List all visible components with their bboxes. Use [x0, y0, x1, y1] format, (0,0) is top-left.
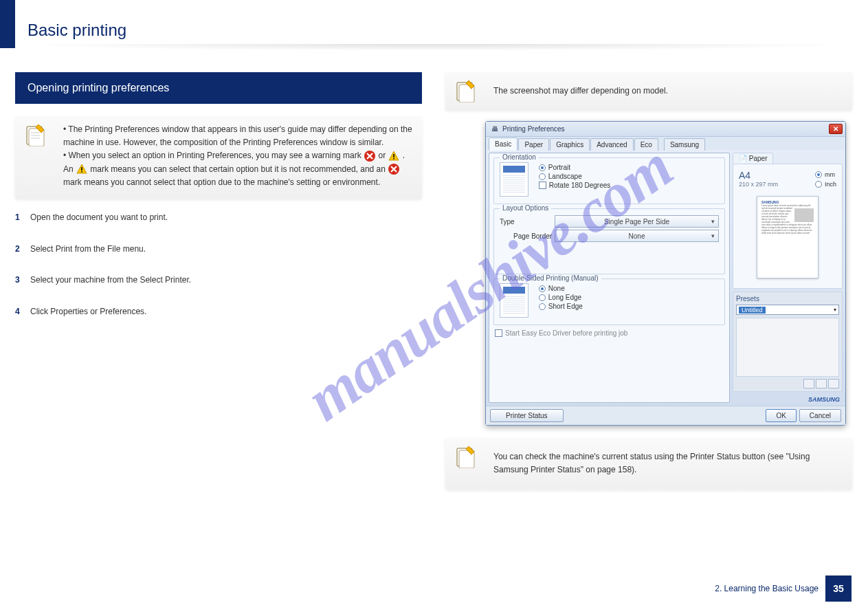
label-duplex-long: Long Edge	[548, 294, 581, 301]
step2-text: Select Print from the File menu.	[30, 244, 146, 254]
samsung-logo: SAMSUNG	[733, 395, 843, 403]
printing-preferences-dialog: 🖶 Printing Preferences ✕ Basic Paper Gra…	[485, 121, 846, 426]
label-duplex-none: None	[548, 285, 565, 292]
layout-type-select[interactable]: Single Page Per Side	[555, 215, 719, 228]
note-icon	[455, 79, 478, 102]
tabs-row: Basic Paper Graphics Advanced Eco Samsun…	[486, 137, 845, 150]
radio-duplex-none[interactable]	[539, 285, 546, 292]
label-duplex-short: Short Edge	[548, 303, 583, 310]
step-number: 4	[15, 304, 30, 320]
note-box-top-right: The screenshot may differ depending on m…	[445, 72, 852, 110]
dialog-right-panel: 📄 Paper A4 210 x 297 mm mm Inch	[733, 153, 843, 403]
step-number: 2	[15, 241, 30, 257]
page-title: Basic printing	[27, 21, 126, 40]
dialog-title: Printing Preferences	[502, 125, 565, 133]
tab-basic[interactable]: Basic	[489, 138, 518, 151]
section-title-bar: Opening printing preferences	[15, 72, 422, 104]
note-box-left: • The Printing Preferences window that a…	[15, 116, 422, 199]
presets-select[interactable]: Untitled	[736, 305, 839, 315]
tab-advanced[interactable]: Advanced	[590, 138, 633, 151]
preset-btn-3[interactable]	[828, 379, 839, 388]
checkbox-rotate180[interactable]	[539, 182, 546, 189]
printer-status-button[interactable]: Printer Status	[490, 409, 564, 422]
dialog-left-panel: Orientation Portrait Landscape Rotate 18…	[489, 153, 730, 403]
presets-box: Presets Untitled	[733, 292, 843, 392]
page-preview: SAMSUNG Lorem ipsum dolor sit amet conse…	[757, 196, 819, 278]
warning-icon	[76, 163, 88, 175]
printer-icon: 🖶	[491, 125, 498, 133]
radio-duplex-short[interactable]	[539, 303, 546, 310]
error-icon	[364, 150, 376, 162]
paper-tab[interactable]: 📄 Paper	[733, 153, 773, 164]
warning-icon	[388, 150, 400, 162]
orientation-thumb	[500, 162, 528, 197]
note-text-top: The screenshot may differ depending on m…	[493, 85, 843, 98]
svg-rect-8	[81, 167, 82, 171]
left-column: Opening printing preferences • The Print…	[15, 72, 422, 320]
radio-unit-mm[interactable]	[815, 171, 822, 178]
label-mm: mm	[825, 171, 835, 178]
note-line1: The Printing Preferences window that app…	[63, 124, 412, 147]
radio-landscape[interactable]	[539, 173, 546, 180]
svg-rect-9	[81, 171, 82, 173]
radio-duplex-long[interactable]	[539, 294, 546, 301]
ok-button[interactable]: OK	[766, 409, 796, 422]
layout-group: Layout Options Type Single Page Per Side…	[493, 208, 725, 274]
note-icon	[455, 445, 478, 468]
note-line2a: When you select an option in Printing Pr…	[69, 151, 364, 160]
label-rotate180: Rotate 180 Degrees	[549, 182, 611, 189]
dialog-footer: Printer Status OK Cancel	[486, 406, 845, 425]
orientation-legend: Orientation	[500, 153, 539, 161]
label-landscape: Landscape	[548, 173, 582, 180]
note-text-bottom: You can check the machine's current stat…	[493, 450, 843, 476]
label-easyeco: Start Easy Eco Driver before printing jo…	[505, 329, 627, 337]
layout-border-select[interactable]: None	[555, 230, 719, 242]
right-column: The screenshot may differ depending on m…	[445, 72, 852, 501]
presets-body	[736, 318, 839, 377]
step-number: 3	[15, 272, 30, 288]
corner-accent	[0, 0, 15, 48]
note-box-bottom-right: You can check the machine's current stat…	[445, 438, 852, 489]
preset-btn-2[interactable]	[816, 379, 827, 388]
svg-rect-6	[394, 154, 395, 157]
footer-text: 2. Learning the Basic Usage	[715, 584, 819, 593]
paper-tab-label: Paper	[749, 155, 768, 162]
step1-text: Open the document you want to print.	[30, 212, 168, 222]
cancel-button[interactable]: Cancel	[799, 409, 841, 422]
note-icon	[25, 123, 48, 146]
page-number: 35	[825, 575, 852, 602]
tab-graphics[interactable]: Graphics	[550, 138, 590, 151]
layout-type-value: Single Page Per Side	[604, 218, 669, 226]
paper-box: A4 210 x 297 mm mm Inch SAMSUNG Lorem ip…	[733, 164, 843, 289]
header-shadow	[15, 44, 853, 51]
note-line2e: mark means you cannot select that option…	[63, 177, 380, 187]
duplex-legend: Double-Sided Printing (Manual)	[500, 274, 601, 282]
note-line2b: or	[378, 151, 388, 160]
preset-btn-1[interactable]	[803, 379, 814, 388]
svg-rect-7	[394, 158, 395, 160]
checkbox-easyeco[interactable]	[495, 329, 502, 337]
tab-samsung[interactable]: Samsung	[664, 138, 705, 151]
duplex-group: Double-Sided Printing (Manual) None Long…	[493, 278, 725, 325]
presets-title: Presets	[736, 295, 839, 303]
layout-type-label: Type	[500, 218, 555, 226]
layout-border-value: None	[629, 232, 645, 240]
radio-portrait[interactable]	[539, 164, 546, 171]
layout-border-label: Page Border	[500, 232, 555, 240]
steps-list: 1Open the document you want to print. 2S…	[15, 210, 422, 320]
error-icon	[388, 163, 400, 175]
paper-size: A4	[739, 170, 778, 181]
orientation-group: Orientation Portrait Landscape Rotate 18…	[493, 157, 725, 204]
presets-value: Untitled	[739, 307, 766, 314]
paper-dims: 210 x 297 mm	[739, 181, 778, 188]
note-text-left: • The Printing Preferences window that a…	[63, 123, 412, 189]
label-inch: Inch	[825, 181, 836, 188]
section-title: Opening printing preferences	[27, 82, 169, 94]
tab-eco[interactable]: Eco	[634, 138, 658, 151]
note-line2d: mark means you can select that certain o…	[90, 164, 388, 174]
tab-paper[interactable]: Paper	[518, 138, 549, 151]
step3-text: Select your machine from the Select Prin…	[30, 275, 191, 285]
duplex-thumb	[500, 283, 528, 318]
radio-unit-inch[interactable]	[815, 181, 822, 188]
close-button[interactable]: ✕	[829, 124, 843, 134]
